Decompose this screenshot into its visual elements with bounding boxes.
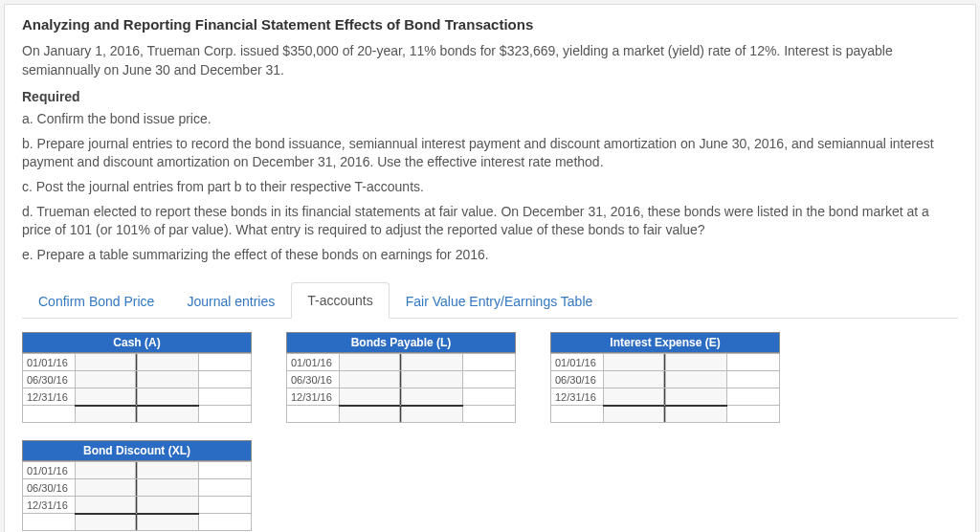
bp-debit-1[interactable] — [340, 371, 400, 388]
bp-credit-0[interactable] — [402, 354, 462, 371]
bp-date-0: 01/01/16 — [287, 354, 340, 371]
cash-date-1: 06/30/16 — [23, 371, 76, 388]
t-account-interest-expense-grid: 01/01/16 06/30/16 12/31/16 — [550, 353, 780, 423]
ie-credit-0[interactable] — [666, 354, 726, 371]
bp-date-1: 06/30/16 — [287, 371, 340, 388]
ie-debit-0[interactable] — [604, 354, 664, 371]
tab-t-accounts[interactable]: T-accounts — [291, 282, 389, 319]
bp-debit-2[interactable] — [340, 388, 400, 406]
ie-debit-2[interactable] — [604, 388, 664, 406]
cash-credit-2[interactable] — [138, 388, 198, 406]
bp-credit-1[interactable] — [402, 371, 462, 388]
t-account-bond-discount-grid: 01/01/16 06/30/16 12/31/16 — [22, 461, 252, 531]
bd-credit-total[interactable] — [138, 514, 198, 531]
cash-date-0: 01/01/16 — [23, 354, 76, 371]
bp-date-2: 12/31/16 — [287, 388, 340, 406]
bp-credit-2[interactable] — [402, 388, 462, 406]
bd-debit-2[interactable] — [76, 497, 136, 514]
tab-bar: Confirm Bond Price Journal entries T-acc… — [22, 281, 958, 319]
t-account-bonds-payable: Bonds Payable (L) 01/01/16 06/30/16 12/3… — [286, 332, 516, 423]
ie-date-1: 06/30/16 — [551, 371, 604, 388]
ie-debit-total[interactable] — [604, 406, 664, 423]
t-accounts-top-row: Cash (A) 01/01/16 06/30/16 12/31/16 Bond… — [22, 332, 958, 423]
t-account-bonds-payable-header: Bonds Payable (L) — [286, 332, 516, 353]
cash-debit-total[interactable] — [76, 406, 136, 423]
bd-credit-0[interactable] — [138, 462, 198, 479]
bd-debit-1[interactable] — [76, 479, 136, 497]
bd-debit-0[interactable] — [76, 462, 136, 479]
ie-credit-2[interactable] — [666, 388, 726, 406]
bp-credit-total[interactable] — [402, 406, 462, 423]
page-title: Analyzing and Reporting Financial Statem… — [22, 16, 958, 33]
cash-debit-0[interactable] — [76, 354, 136, 371]
intro-text: On January 1, 2016, Trueman Corp. issued… — [22, 42, 958, 79]
t-accounts-bottom-row: Bond Discount (XL) 01/01/16 06/30/16 12/… — [22, 440, 958, 531]
ie-credit-1[interactable] — [666, 371, 726, 388]
req-a: a. Confirm the bond issue price. — [22, 110, 958, 129]
t-account-cash-header: Cash (A) — [22, 332, 252, 353]
ie-date-2: 12/31/16 — [551, 388, 604, 406]
required-heading: Required — [22, 89, 958, 104]
t-account-interest-expense-header: Interest Expense (E) — [550, 332, 780, 353]
bd-date-1: 06/30/16 — [23, 479, 76, 497]
t-account-interest-expense: Interest Expense (E) 01/01/16 06/30/16 1… — [550, 332, 780, 423]
question-panel: Analyzing and Reporting Financial Statem… — [4, 4, 976, 532]
ie-date-0: 01/01/16 — [551, 354, 604, 371]
t-account-cash: Cash (A) 01/01/16 06/30/16 12/31/16 — [22, 332, 252, 423]
tab-fair-value[interactable]: Fair Value Entry/Earnings Table — [390, 283, 610, 319]
t-account-bond-discount-header: Bond Discount (XL) — [22, 440, 252, 461]
cash-debit-2[interactable] — [76, 388, 136, 406]
req-d: d. Trueman elected to report these bonds… — [22, 203, 958, 240]
cash-credit-total[interactable] — [138, 406, 198, 423]
ie-debit-1[interactable] — [604, 371, 664, 388]
bd-date-2: 12/31/16 — [23, 497, 76, 514]
t-account-bonds-payable-grid: 01/01/16 06/30/16 12/31/16 — [286, 353, 516, 423]
bd-date-0: 01/01/16 — [23, 462, 76, 479]
bd-credit-2[interactable] — [138, 497, 198, 514]
cash-debit-1[interactable] — [76, 371, 136, 388]
bp-debit-0[interactable] — [340, 354, 400, 371]
ie-credit-total[interactable] — [666, 406, 726, 423]
bp-debit-total[interactable] — [340, 406, 400, 423]
t-account-bond-discount: Bond Discount (XL) 01/01/16 06/30/16 12/… — [22, 440, 252, 531]
req-c: c. Post the journal entries from part b … — [22, 178, 958, 197]
bd-debit-total[interactable] — [76, 514, 136, 531]
req-e: e. Prepare a table summarizing the effec… — [22, 246, 958, 265]
cash-credit-1[interactable] — [138, 371, 198, 388]
bd-credit-1[interactable] — [138, 479, 198, 497]
tab-confirm-bond-price[interactable]: Confirm Bond Price — [22, 283, 170, 319]
tab-journal-entries[interactable]: Journal entries — [170, 283, 291, 319]
cash-credit-0[interactable] — [138, 354, 198, 371]
req-b: b. Prepare journal entries to record the… — [22, 135, 958, 172]
t-account-cash-grid: 01/01/16 06/30/16 12/31/16 — [22, 353, 252, 423]
cash-date-2: 12/31/16 — [23, 388, 76, 406]
